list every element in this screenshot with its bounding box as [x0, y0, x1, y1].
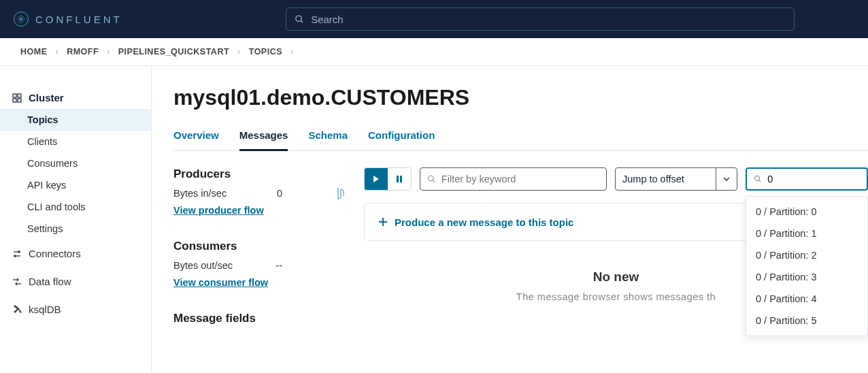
- svg-point-21: [755, 176, 760, 180]
- svg-marker-16: [373, 176, 379, 182]
- play-icon: [373, 176, 380, 182]
- sidebar-item-ksqldb[interactable]: ksqlDB: [0, 295, 151, 323]
- sidebar-item-api-keys[interactable]: API keys: [0, 174, 151, 196]
- sidebar-cluster-head[interactable]: Cluster: [0, 86, 151, 109]
- play-button[interactable]: [365, 168, 388, 190]
- brand-icon: [14, 12, 29, 27]
- jump-label: Jump to offset: [622, 174, 684, 184]
- sparkline-icon: [337, 186, 348, 201]
- global-search[interactable]: [286, 7, 795, 31]
- consumers-heading: Consumers: [173, 240, 357, 253]
- producers-heading: Producers: [173, 167, 357, 181]
- chevron-right-icon: ›: [56, 47, 59, 56]
- plus-icon: [378, 217, 388, 227]
- crumb-cluster[interactable]: PIPELINES_QUICKSTART: [118, 47, 229, 56]
- offset-input[interactable]: [767, 174, 860, 184]
- tab-schema[interactable]: Schema: [308, 129, 348, 151]
- sidebar-item-settings[interactable]: Settings: [0, 218, 151, 240]
- partition-option[interactable]: 0 / Partition: 1: [746, 223, 867, 244]
- svg-rect-7: [18, 94, 21, 97]
- svg-point-11: [18, 250, 20, 252]
- topic-tabs: Overview Messages Schema Configuration: [173, 129, 868, 151]
- page-title: mysql01.demo.CUSTOMERS: [173, 85, 868, 110]
- pause-button[interactable]: [388, 168, 411, 190]
- ksqldb-icon: [12, 305, 22, 314]
- filter-input-wrap[interactable]: [420, 167, 607, 191]
- partition-option[interactable]: 0 / Partition: 0: [746, 201, 867, 223]
- search-icon: [754, 174, 762, 184]
- connectors-icon: [12, 249, 22, 259]
- partition-option[interactable]: 0 / Partition: 2: [746, 244, 867, 266]
- filter-input[interactable]: [441, 174, 599, 184]
- svg-rect-8: [13, 99, 16, 102]
- partition-option[interactable]: 0 / Partition: 4: [746, 288, 867, 310]
- crumb-env[interactable]: RMOFF: [67, 47, 99, 56]
- consumers-metric-value: --: [276, 260, 282, 271]
- crumb-section[interactable]: TOPICS: [249, 47, 282, 56]
- svg-line-5: [301, 20, 303, 22]
- play-pause-group: [364, 167, 412, 191]
- tab-overview[interactable]: Overview: [173, 129, 219, 151]
- top-nav: CONFLUENT: [0, 0, 868, 38]
- tab-messages[interactable]: Messages: [239, 129, 288, 151]
- search-icon: [427, 174, 436, 184]
- partition-option[interactable]: 0 / Partition: 5: [746, 310, 867, 331]
- chevron-down-icon: [716, 168, 730, 190]
- sidebar-item-topics[interactable]: Topics: [0, 109, 151, 131]
- svg-rect-17: [397, 176, 399, 182]
- jump-to-offset-select[interactable]: Jump to offset: [615, 167, 737, 191]
- crumb-home[interactable]: HOME: [20, 47, 48, 56]
- svg-line-20: [433, 180, 435, 182]
- breadcrumb: HOME › RMOFF › PIPELINES_QUICKSTART › TO…: [0, 38, 868, 65]
- view-producer-flow-link[interactable]: View producer flow: [173, 205, 264, 216]
- chevron-right-icon: ›: [237, 47, 241, 56]
- sidebar: Cluster Topics Clients Consumers API key…: [0, 66, 152, 373]
- svg-rect-6: [13, 94, 16, 97]
- grid-icon: [12, 93, 22, 103]
- search-input[interactable]: [311, 14, 786, 25]
- pause-icon: [396, 176, 403, 182]
- svg-point-19: [429, 176, 433, 180]
- svg-line-22: [759, 180, 761, 182]
- produce-message-label: Produce a new message to this topic: [395, 216, 573, 228]
- tab-configuration[interactable]: Configuration: [368, 129, 435, 151]
- consumers-metric-label: Bytes out/sec: [173, 260, 233, 271]
- brand-text: CONFLUENT: [35, 14, 122, 25]
- message-fields-heading: Message fields: [173, 312, 357, 325]
- sidebar-item-consumers[interactable]: Consumers: [0, 152, 151, 174]
- partition-dropdown: 0 / Partition: 0 0 / Partition: 1 0 / Pa…: [746, 196, 868, 336]
- svg-point-13: [14, 255, 16, 256]
- offset-input-wrap[interactable]: [746, 167, 868, 191]
- svg-rect-9: [18, 99, 21, 102]
- brand-logo[interactable]: CONFLUENT: [14, 12, 122, 27]
- svg-point-4: [295, 16, 301, 21]
- search-icon: [295, 14, 304, 25]
- sidebar-item-connectors[interactable]: Connectors: [0, 240, 151, 267]
- producers-metric-value: 0: [277, 188, 282, 199]
- chevron-right-icon: ›: [290, 47, 294, 56]
- view-consumer-flow-link[interactable]: View consumer flow: [173, 277, 268, 288]
- svg-rect-18: [400, 176, 402, 182]
- sidebar-item-cli-tools[interactable]: CLI and tools: [0, 196, 151, 218]
- producers-metric-label: Bytes in/sec: [173, 188, 227, 199]
- data-flow-icon: [12, 277, 22, 287]
- partition-option[interactable]: 0 / Partition: 3: [746, 266, 867, 288]
- chevron-right-icon: ›: [107, 47, 110, 56]
- sidebar-item-data-flow[interactable]: Data flow: [0, 267, 151, 295]
- sidebar-item-clients[interactable]: Clients: [0, 131, 151, 152]
